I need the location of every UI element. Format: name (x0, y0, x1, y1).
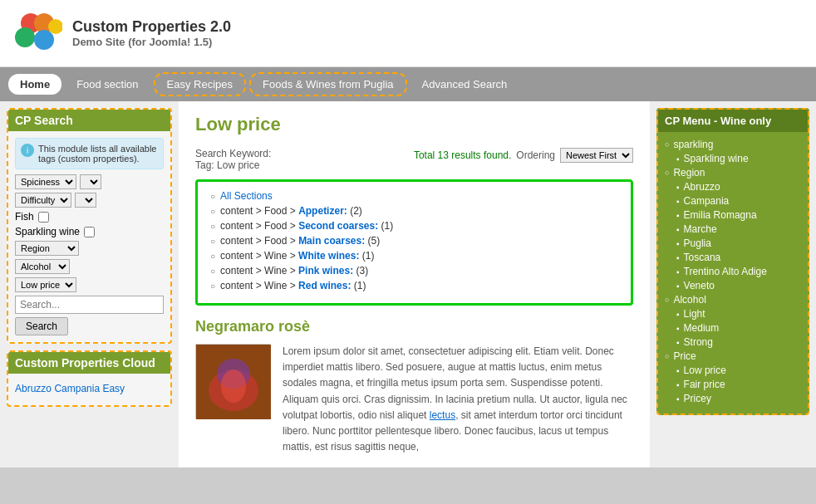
site-name: Custom Properties 2.0 (72, 18, 231, 36)
menu-sparkling-link[interactable]: sparkling (673, 139, 713, 150)
menu-pricey-link[interactable]: Pricey (684, 393, 711, 404)
menu-sparkling-wine-link[interactable]: Sparkling wine (684, 153, 749, 164)
menu-item-low-price: Low price (665, 365, 801, 376)
main-layout: CP Search i This module lists all availa… (0, 101, 816, 467)
cat-link-1[interactable]: Second coarses: (298, 220, 378, 232)
menu-item-fair-price: Fair price (665, 379, 801, 390)
cat-link-3[interactable]: White wines: (298, 250, 359, 262)
menu-trentino-link[interactable]: Trentino Alto Adige (684, 266, 767, 277)
menu-section-region: Region (665, 167, 801, 179)
price-select[interactable]: Low price Fair price Pricey (15, 277, 76, 292)
sparkling-wine-row: Sparkling wine (15, 226, 164, 237)
menu-section-sparkling: sparkling (665, 139, 801, 150)
menu-campania-link[interactable]: Campania (684, 195, 730, 207)
search-info: Search Keyword: Tag: Low price Total 13 … (195, 148, 633, 171)
cp-cloud-content: Abruzzo Campania Easy (15, 380, 164, 399)
svg-point-8 (221, 369, 246, 403)
cp-search-title: CP Search (8, 110, 170, 131)
nav-bar: Home Food section Easy Recipes Foods & W… (0, 67, 816, 101)
price-row: Low price Fair price Pricey (15, 277, 164, 292)
cat-link-5[interactable]: Red wines: (298, 280, 351, 291)
nav-foods-wines[interactable]: Foods & Wines from Puglia (249, 72, 407, 96)
all-sections-link[interactable]: All Sections (220, 190, 273, 202)
cloud-tag-easy[interactable]: Easy (102, 383, 125, 394)
nav-easy-recipes[interactable]: Easy Recipes (154, 72, 246, 96)
region-select[interactable]: Region Abruzzo Campania Puglia (15, 241, 79, 256)
tag-label: Tag: (195, 159, 214, 171)
right-sidebar: CP Menu - Wine only sparkling Sparkling … (650, 101, 816, 467)
cloud-tag-abruzzo[interactable]: Abruzzo (15, 383, 52, 394)
search-button[interactable]: Search (15, 317, 68, 335)
svg-point-3 (34, 30, 54, 50)
spiciness-select[interactable]: Spiciness Mild Medium Hot (15, 174, 76, 189)
cat-link-4[interactable]: Pink wines: (298, 265, 353, 276)
article-text: Lorem ipsum dolor sit amet, consectetuer… (283, 344, 633, 455)
menu-puglia-link[interactable]: Puglia (684, 237, 711, 249)
menu-marche-link[interactable]: Marche (684, 223, 717, 235)
cp-menu-title: CP Menu - Wine only (658, 110, 808, 132)
article-image (195, 344, 270, 418)
menu-price-link[interactable]: Price (673, 350, 696, 362)
menu-toscana-link[interactable]: Toscana (684, 252, 721, 263)
menu-item-medium: Medium (665, 322, 801, 334)
menu-item-marche: Marche (665, 223, 801, 235)
menu-item-light: Light (665, 308, 801, 320)
tag-row: Tag: Low price (195, 159, 271, 171)
alcohol-select[interactable]: Alcohol Light Medium Strong (15, 259, 70, 274)
category-item-0: content > Food > Appetizer: (2) (210, 205, 618, 217)
menu-medium-link[interactable]: Medium (684, 322, 720, 334)
menu-veneto-link[interactable]: Veneto (684, 280, 715, 291)
sparkling-wine-checkbox[interactable] (84, 227, 95, 237)
nav-food-section[interactable]: Food section (65, 74, 150, 95)
info-text: This module lists all available tags (cu… (38, 144, 158, 164)
article-title: Negramaro rosè (195, 318, 633, 335)
site-title: Custom Properties 2.0 Demo Site (for Joo… (72, 18, 231, 48)
search-input[interactable] (15, 296, 164, 314)
left-sidebar: CP Search i This module lists all availa… (0, 101, 179, 467)
menu-light-link[interactable]: Light (684, 308, 705, 320)
category-list: All Sections content > Food > Appetizer:… (210, 190, 618, 291)
difficulty-select2[interactable] (75, 193, 96, 208)
menu-item-abruzzo: Abruzzo (665, 181, 801, 193)
menu-region-link[interactable]: Region (673, 167, 705, 179)
category-item-4: content > Wine > Pink wines: (3) (210, 265, 618, 276)
search-info-right: Total 13 results found. Ordering Newest … (414, 148, 633, 163)
menu-item-strong: Strong (665, 336, 801, 348)
alcohol-row: Alcohol Light Medium Strong (15, 259, 164, 274)
fish-label: Fish (15, 211, 34, 223)
menu-strong-link[interactable]: Strong (684, 336, 713, 348)
category-box: All Sections content > Food > Appetizer:… (195, 179, 633, 306)
all-sections-item: All Sections (210, 190, 618, 202)
info-icon: i (21, 144, 34, 157)
menu-item-trentino: Trentino Alto Adige (665, 266, 801, 277)
menu-item-pricey: Pricey (665, 393, 801, 404)
article-body: Lorem ipsum dolor sit amet, consectetuer… (283, 345, 627, 453)
menu-alcohol-link[interactable]: Alcohol (673, 294, 705, 306)
fish-checkbox[interactable] (38, 212, 49, 223)
difficulty-select[interactable]: Difficulty Easy Medium Hard (15, 193, 71, 208)
menu-item-emilia: Emilia Romagna (665, 209, 801, 221)
site-subtitle: Demo Site (for Joomla! 1.5) (72, 36, 231, 48)
sparkling-wine-label: Sparkling wine (15, 226, 80, 237)
ordering-select[interactable]: Newest First Oldest First Title A-Z Titl… (560, 148, 633, 163)
cp-search-box: CP Search i This module lists all availa… (7, 108, 172, 344)
menu-emilia-link[interactable]: Emilia Romagna (684, 209, 757, 221)
cat-link-2[interactable]: Main coarses: (298, 235, 365, 247)
nav-advanced-search[interactable]: Advanced Search (410, 74, 519, 95)
tag-value: Low price (217, 159, 259, 171)
menu-low-price-link[interactable]: Low price (684, 365, 726, 376)
spiciness-row: Spiciness Mild Medium Hot (15, 174, 164, 189)
nav-home[interactable]: Home (8, 74, 61, 95)
keyword-label: Search Keyword: (195, 148, 271, 159)
category-item-5: content > Wine > Red wines: (1) (210, 280, 618, 291)
cloud-tag-campania[interactable]: Campania (54, 383, 100, 394)
results-count: Total 13 results found. (414, 149, 511, 161)
cat-link-0[interactable]: Appetizer: (298, 205, 347, 217)
spiciness-select2[interactable] (80, 174, 101, 189)
search-info-left: Search Keyword: Tag: Low price (195, 148, 271, 171)
article-link[interactable]: lectus (430, 409, 455, 421)
cp-menu-content: sparkling Sparkling wine Region Abruzzo … (658, 132, 808, 413)
menu-item-campania: Campania (665, 195, 801, 207)
menu-abruzzo-link[interactable]: Abruzzo (684, 181, 720, 193)
menu-fair-price-link[interactable]: Fair price (684, 379, 725, 390)
